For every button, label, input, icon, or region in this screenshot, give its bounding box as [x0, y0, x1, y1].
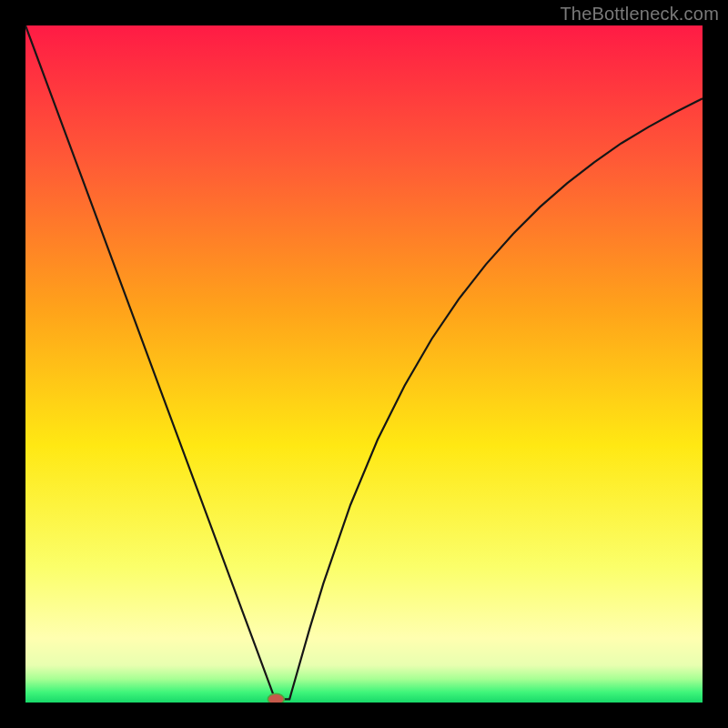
chart-frame: TheBottleneck.com [0, 0, 728, 728]
watermark-text: TheBottleneck.com [560, 4, 719, 25]
optimal-point-marker [268, 693, 284, 703]
plot-area [25, 25, 703, 703]
bottleneck-chart [25, 25, 703, 703]
gradient-background [25, 25, 703, 703]
